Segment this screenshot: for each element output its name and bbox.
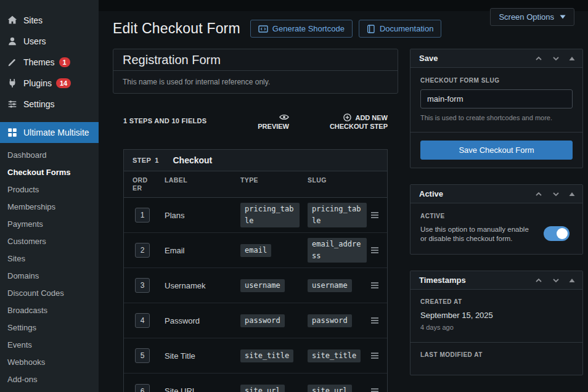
field-label: Password — [163, 316, 239, 325]
screen-options-button[interactable]: Screen Options — [490, 8, 574, 26]
form-name-input[interactable]: Registration Form — [113, 49, 398, 70]
sites-icon — [6, 14, 18, 27]
steps-summary: 1 STEPS AND 10 FIELDS — [123, 113, 206, 125]
move-up-icon[interactable] — [534, 276, 543, 285]
field-type-chip: pricing_table — [240, 203, 300, 227]
created-at-date: September 15, 2025 — [420, 311, 573, 320]
last-modified-section: LAST MODIFIED AT — [410, 342, 582, 375]
generate-shortcode-button[interactable]: Generate Shortcode — [250, 20, 353, 38]
sidebar-item-label: Ultimate Multisite — [23, 128, 89, 137]
field-slug-chip: username — [308, 279, 352, 292]
sidebar-item-users[interactable]: Users — [0, 31, 99, 52]
submenu-item-webhooks[interactable]: Webhooks — [0, 354, 99, 371]
main-column: Registration Form This name is used for … — [113, 49, 398, 392]
table-row: 1 Plans pricing_table pricing_table — [124, 198, 387, 233]
drag-handle-icon[interactable] — [370, 247, 379, 254]
submenu-item-sites[interactable]: Sites — [0, 250, 99, 267]
submenu-item-broadcasts[interactable]: Broadcasts — [0, 302, 99, 319]
move-down-icon[interactable] — [552, 54, 560, 63]
page: Edit Checkout Form Generate Shortcode Do… — [99, 11, 588, 392]
field-type-chip: password — [240, 314, 285, 327]
generate-shortcode-label: Generate Shortcode — [272, 24, 345, 33]
timestamps-panel-header: Timestamps — [410, 271, 582, 290]
drag-handle-icon[interactable] — [370, 282, 379, 289]
panel-title: Active — [419, 189, 534, 198]
side-column: Save CHECKOUT FORM SLUG This is used to … — [410, 49, 583, 392]
step-name: Checkout — [173, 155, 212, 165]
save-panel-footer: Save Checkout Form — [410, 132, 582, 168]
move-down-icon[interactable] — [552, 276, 560, 285]
sidebar-item-plugins[interactable]: Plugins 14 — [0, 73, 99, 94]
table-row: 4 Password password password — [124, 303, 387, 338]
preview-label: PREVIEW — [258, 123, 289, 130]
active-panel-body: ACTIVE Use this option to manually enabl… — [410, 203, 582, 254]
admin-sidebar: Sites Users Themes 1 Plugins 14 — [0, 0, 99, 392]
multisite-grid-icon — [6, 126, 18, 139]
plus-circle-icon — [343, 114, 356, 121]
documentation-button[interactable]: Documentation — [359, 20, 441, 38]
collapse-panel-icon[interactable] — [569, 192, 575, 197]
submenu-item-customers[interactable]: Customers — [0, 233, 99, 250]
sidebar-item-sites[interactable]: Sites — [0, 10, 99, 31]
sidebar-item-label: Settings — [23, 99, 55, 109]
submenu-item-discount-codes[interactable]: Discount Codes — [0, 285, 99, 302]
submenu-item-add-ons[interactable]: Add-ons — [0, 371, 99, 388]
move-down-icon[interactable] — [552, 190, 560, 198]
order-badge: 6 — [135, 384, 150, 392]
sidebar-item-themes[interactable]: Themes 1 — [0, 52, 99, 73]
sidebar-item-label: Themes — [23, 57, 55, 67]
field-slug-chip: pricing_table — [308, 203, 367, 227]
checkout-form-slug-input[interactable] — [420, 89, 573, 108]
steps-actions: PREVIEW ADD NEW CHECKOUT STEP — [258, 113, 388, 131]
collapse-panel-icon[interactable] — [569, 278, 575, 283]
add-step-button[interactable]: ADD NEW CHECKOUT STEP — [306, 113, 388, 131]
save-panel: Save CHECKOUT FORM SLUG This is used to … — [410, 49, 583, 168]
submenu-item-settings[interactable]: Settings — [0, 319, 99, 337]
column-header-type: TYPE — [239, 171, 306, 197]
field-slug-chip: site_url — [308, 385, 352, 392]
column-header-order: ORDER — [124, 171, 163, 197]
step-word: STEP — [133, 157, 151, 164]
column-header-actions — [370, 171, 387, 197]
active-panel: Active ACTIVE Use this option to manuall… — [410, 184, 583, 255]
field-label: Site Title — [163, 351, 239, 361]
timestamps-panel: Timestamps CREATED AT September 15, 2025… — [410, 271, 583, 375]
last-modified-label: LAST MODIFIED AT — [420, 351, 573, 358]
submenu-item-events[interactable]: Events — [0, 337, 99, 354]
sidebar-item-settings[interactable]: Settings — [0, 94, 99, 115]
field-type-chip: email — [240, 244, 271, 257]
collapse-panel-icon[interactable] — [569, 56, 575, 61]
submenu-item-checkout-forms[interactable]: Checkout Forms — [0, 164, 99, 181]
table-row: 3 Usernamek username username — [124, 268, 387, 303]
column-header-row: ORDER LABEL TYPE SLUG — [124, 171, 387, 198]
preview-button[interactable]: PREVIEW — [258, 113, 289, 130]
active-toggle[interactable] — [544, 226, 570, 241]
panel-title: Save — [419, 54, 534, 63]
drag-handle-icon[interactable] — [370, 317, 379, 324]
field-type-chip: site_title — [240, 349, 293, 362]
drag-handle-icon[interactable] — [370, 388, 379, 392]
drag-handle-icon[interactable] — [370, 352, 379, 359]
drag-handle-icon[interactable] — [370, 211, 379, 219]
submenu-item-memberships[interactable]: Memberships — [0, 198, 99, 216]
submenu-item-dashboard[interactable]: Dashboard — [0, 147, 99, 164]
order-badge: 1 — [135, 208, 150, 223]
field-label: Email — [163, 246, 239, 255]
table-row: 6 Site URL site_url site_url — [124, 374, 387, 392]
submenu-item-products[interactable]: Products — [0, 181, 99, 198]
columns: Registration Form This name is used for … — [113, 49, 583, 392]
submenu-item-domains[interactable]: Domains — [0, 267, 99, 285]
shortcode-icon — [258, 25, 268, 33]
save-checkout-form-button[interactable]: Save Checkout Form — [420, 141, 573, 160]
created-at-label: CREATED AT — [420, 298, 573, 305]
save-panel-body: CHECKOUT FORM SLUG This is used to creat… — [410, 68, 582, 132]
field-type-chip: site_url — [240, 385, 285, 392]
sidebar-item-ultimate-multisite[interactable]: Ultimate Multisite — [0, 122, 99, 143]
submenu-item-payments[interactable]: Payments — [0, 216, 99, 233]
book-icon — [367, 25, 375, 33]
field-type-chip: username — [240, 279, 285, 292]
slug-help-text: This is used to create shortcodes and mo… — [420, 114, 573, 121]
move-up-icon[interactable] — [534, 190, 543, 198]
field-slug-chip: site_title — [308, 349, 361, 362]
move-up-icon[interactable] — [534, 54, 543, 63]
